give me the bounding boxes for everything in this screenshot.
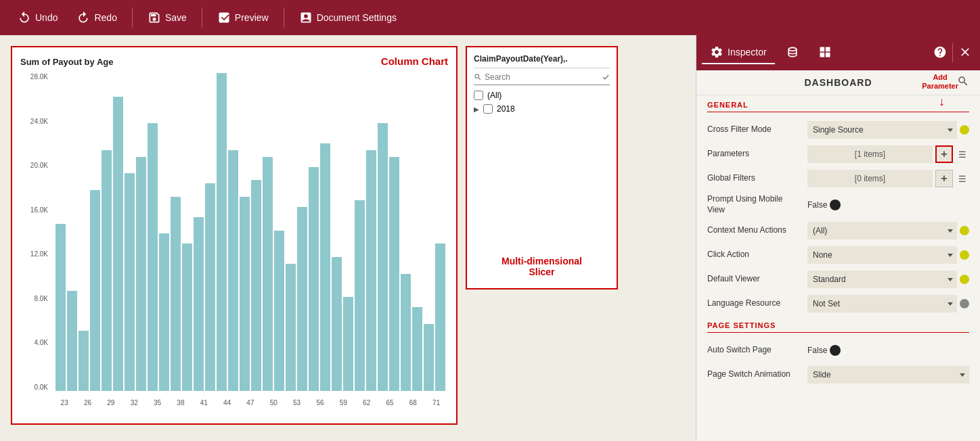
chart-bar (102, 150, 112, 391)
chart-bar (90, 190, 100, 391)
auto-switch-row: Auto Switch Page False (696, 338, 980, 363)
chart-bar (320, 143, 330, 391)
default-viewer-row: Default Viewer Standard (696, 267, 980, 292)
inspector-title: DASHBOARD (805, 77, 872, 88)
divider-1 (132, 7, 133, 28)
language-resource-color-dot (960, 299, 969, 308)
chart-bar (67, 291, 77, 391)
global-filters-items-button[interactable]: [0 items] (807, 170, 933, 187)
slicer-all-checkbox[interactable] (474, 91, 483, 100)
click-action-row: Click Action None (696, 243, 980, 267)
red-arrow-down: ↓ (939, 95, 945, 109)
chart-bar (389, 157, 399, 391)
parameters-menu-button[interactable]: ☰ (956, 145, 969, 163)
redo-button[interactable]: Redo (70, 8, 123, 27)
main-area: Sum of Payout by Age Column Chart 28.0K … (0, 35, 980, 441)
undo-button[interactable]: Undo (11, 8, 64, 27)
undo-icon (18, 11, 31, 24)
database-icon (786, 45, 799, 59)
click-action-select[interactable]: None (807, 246, 957, 264)
page-settings-divider (707, 332, 969, 333)
save-button[interactable]: Save (141, 8, 194, 27)
chart-bar (125, 173, 135, 391)
preview-button[interactable]: Preview (210, 8, 275, 27)
language-resource-value: Not Set (807, 295, 969, 312)
slicer-year-checkbox[interactable] (483, 104, 493, 114)
chart-bar (113, 97, 123, 391)
context-menu-row: Context Menu Actions (All) (696, 218, 980, 243)
divider-3 (284, 7, 284, 28)
chart-bar (251, 180, 261, 391)
global-filters-add-button[interactable]: + (935, 170, 953, 187)
toolbar: Undo Redo Save Preview Document Settings (0, 0, 980, 35)
search-confirm-icon (602, 73, 610, 81)
chart-bar (240, 197, 250, 391)
global-filters-menu-button[interactable]: ☰ (956, 170, 969, 187)
auto-switch-toggle[interactable] (830, 345, 841, 356)
tab-inspector-label: Inspector (728, 47, 767, 57)
default-viewer-label: Default Viewer (707, 274, 802, 285)
chart-bar (309, 167, 319, 391)
chart-bar (148, 123, 158, 391)
y-label-3: 20.0K (30, 162, 48, 169)
document-settings-icon (299, 11, 313, 24)
page-switch-anim-row: Page Switch Animation Slide (696, 363, 980, 387)
slicer-search-input[interactable] (485, 72, 599, 82)
slicer-widget: ClaimPayoutDate(Year),. (All) ▶ 2018 Mul… (466, 46, 618, 289)
chart-bar (205, 183, 215, 391)
cross-filter-row: Cross Filter Mode Single Source (696, 118, 980, 142)
canvas: Sum of Payout by Age Column Chart 28.0K … (0, 35, 696, 441)
close-button[interactable] (956, 43, 975, 64)
general-section-label: GENERAL (696, 95, 980, 112)
add-parameter-label: AddParameter (922, 73, 958, 91)
language-resource-select[interactable]: Not Set (807, 295, 957, 312)
chart-widget: Sum of Payout by Age Column Chart 28.0K … (11, 46, 458, 425)
chart-bar (194, 217, 204, 391)
inspector-search-icon[interactable] (957, 75, 969, 90)
default-viewer-value: Standard (807, 271, 969, 288)
prompt-mobile-label: Prompt Using Mobile View (707, 194, 802, 215)
auto-switch-label: Auto Switch Page (707, 345, 802, 356)
cross-filter-label: Cross Filter Mode (707, 124, 802, 135)
cross-filter-select[interactable]: Single Source (807, 121, 957, 139)
document-settings-button[interactable]: Document Settings (292, 8, 403, 27)
chart-bar (171, 197, 181, 391)
context-menu-select[interactable]: (All) (807, 222, 957, 239)
chart-bar (159, 233, 169, 391)
context-menu-label: Context Menu Actions (707, 225, 802, 236)
chart-bar (297, 207, 307, 391)
parameters-items-button[interactable]: [1 items] (807, 145, 933, 163)
panels-icon (818, 45, 832, 59)
auto-switch-value: False (807, 345, 969, 356)
inspector-panel: Inspector DASHBOARD (696, 35, 980, 441)
page-switch-anim-select[interactable]: Slide (807, 366, 969, 384)
parameters-add-button[interactable]: + (935, 145, 953, 163)
tab-panels[interactable] (810, 41, 840, 64)
preview-icon (217, 11, 231, 24)
chart-bar (182, 243, 192, 391)
parameters-value: [1 items] + ☰ (807, 145, 969, 163)
chart-area: 28.0K 24.0K 20.0K 16.0K 12.0K 8.0K 4.0K … (20, 73, 448, 411)
inspector-body: DASHBOARD AddParameter ↓ GENERAL Cross F… (696, 70, 980, 441)
tab-database[interactable] (778, 41, 807, 64)
inspector-title-bar: DASHBOARD AddParameter ↓ (696, 70, 980, 95)
chart-bar (343, 297, 353, 391)
chart-bar (228, 150, 238, 391)
auto-switch-false-label: False (807, 346, 827, 355)
language-resource-label: Language Resource (707, 298, 802, 309)
slicer-type-label: Multi-dimensional Slicer (467, 256, 617, 277)
help-button[interactable] (931, 43, 950, 64)
page-switch-anim-value: Slide (807, 366, 969, 384)
document-settings-label: Document Settings (317, 12, 397, 23)
default-viewer-select[interactable]: Standard (807, 271, 957, 288)
x-axis: 23 26 29 32 35 38 41 44 47 50 53 56 59 6… (53, 394, 448, 411)
save-label: Save (165, 12, 187, 23)
tab-inspector[interactable]: Inspector (702, 41, 775, 64)
slicer-expand-icon[interactable]: ▶ (474, 106, 479, 113)
click-action-color-dot (960, 250, 969, 260)
parameters-row: Parameters [1 items] + ☰ (696, 142, 980, 166)
chart-bar (55, 224, 66, 391)
inspector-tabs: Inspector (696, 35, 980, 70)
undo-label: Undo (35, 12, 58, 23)
prompt-mobile-toggle[interactable] (830, 200, 841, 210)
